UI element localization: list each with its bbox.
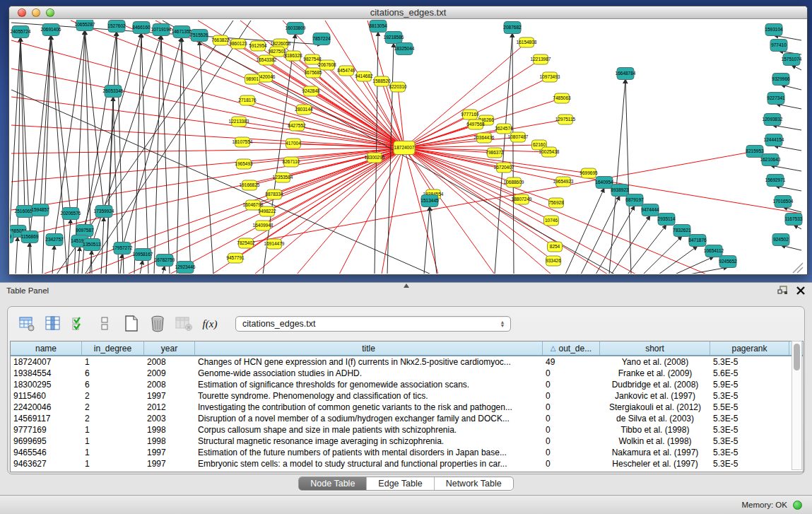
table-row[interactable]: 969969511998Structural magnetic resonanc…: [11, 436, 803, 447]
graph-node[interactable]: 17016504: [773, 196, 794, 208]
graph-node[interactable]: 9329966: [772, 74, 790, 86]
table-row[interactable]: 977716911998Corpus callosum shape and si…: [11, 424, 803, 436]
citation-edge-black[interactable]: [689, 267, 728, 274]
graph-node[interactable]: 20364436: [474, 133, 495, 143]
graph-node[interactable]: 1350513: [83, 239, 101, 251]
delete-table-icon[interactable]: [148, 315, 167, 333]
graph-node[interactable]: 1588520: [372, 76, 391, 86]
table-vertical-scrollbar[interactable]: [792, 341, 802, 470]
table-row[interactable]: 946362711997Embryonic stem cells: a mode…: [11, 458, 803, 469]
graph-node[interactable]: 3624574: [495, 124, 513, 134]
graph-node[interactable]: 16914479: [264, 239, 285, 249]
citation-edge-black[interactable]: [52, 245, 54, 274]
table-row[interactable]: 1872400712008Changes of HCN gene express…: [11, 356, 803, 368]
citation-edge-black[interactable]: [85, 21, 251, 274]
graph-node[interactable]: 6497568: [466, 119, 485, 129]
citation-edge-black[interactable]: [775, 186, 801, 191]
table-row[interactable]: 1830029562008Estimation of significance …: [11, 379, 803, 390]
citation-edge-red[interactable]: [265, 77, 404, 148]
citation-edge-black[interactable]: [609, 79, 625, 274]
citation-edge-black[interactable]: [177, 37, 182, 274]
graph-node[interactable]: 15692971: [765, 175, 786, 187]
graph-node[interactable]: 10807487: [508, 132, 529, 142]
graph-node[interactable]: 18107554: [233, 137, 253, 147]
citation-edge-black[interactable]: [16, 237, 18, 274]
graph-node[interactable]: 20691406: [41, 24, 61, 36]
graph-node[interactable]: 5912954: [249, 41, 267, 51]
citation-edge-black[interactable]: [430, 206, 437, 274]
graph-node[interactable]: 9474444: [641, 204, 659, 216]
citation-edge-black[interactable]: [120, 254, 122, 274]
graph-node[interactable]: 17957272: [112, 243, 133, 255]
tab-edge-table[interactable]: Edge Table: [367, 477, 434, 490]
graph-node[interactable]: 16409948: [253, 221, 273, 230]
graph-node[interactable]: 12213987: [531, 54, 551, 64]
graph-node[interactable]: 8254: [548, 242, 563, 252]
graph-node-hub[interactable]: 18724007: [394, 141, 415, 155]
graph-node[interactable]: 1965493: [235, 159, 253, 169]
graph-node[interactable]: 8215953: [746, 146, 764, 158]
graph-node[interactable]: 1594857: [31, 204, 49, 216]
citation-edge-red[interactable]: [304, 110, 404, 148]
graph-node[interactable]: 20206576: [61, 208, 81, 220]
tab-network-table[interactable]: Network Table: [435, 477, 513, 490]
graph-node[interactable]: 10655287: [75, 20, 95, 31]
citation-edge-black[interactable]: [78, 247, 80, 274]
citation-edge-black[interactable]: [199, 41, 213, 274]
graph-node[interactable]: 9242848: [302, 86, 320, 96]
graph-node[interactable]: 8466160: [132, 22, 151, 34]
graph-node[interactable]: 417004: [286, 139, 301, 148]
column-header-name[interactable]: name: [11, 341, 82, 355]
citation-edge-black[interactable]: [783, 207, 801, 212]
table-row[interactable]: 2242004622012Investigating the contribut…: [11, 402, 803, 413]
graph-node[interactable]: 9097587: [76, 225, 94, 237]
citation-edge-black[interactable]: [776, 104, 801, 109]
new-table-icon[interactable]: [122, 315, 141, 333]
graph-node[interactable]: 1513445: [420, 195, 439, 207]
graph-node[interactable]: 924502: [772, 234, 789, 246]
graph-node[interactable]: 26053346: [103, 86, 124, 98]
graph-node[interactable]: 10958167: [133, 249, 153, 261]
column-header-short[interactable]: short: [600, 341, 710, 355]
float-panel-icon[interactable]: [777, 286, 788, 295]
graph-node[interactable]: 7986372: [486, 148, 504, 158]
citation-edge-black[interactable]: [163, 266, 165, 274]
citation-network-graph[interactable]: 2405572420691406106552871527602846616010…: [10, 20, 806, 274]
citation-edge-red[interactable]: [339, 148, 404, 274]
graph-node[interactable]: 16154808: [517, 37, 537, 47]
graph-node[interactable]: 8471876: [688, 235, 707, 247]
tab-node-table[interactable]: Node Table: [299, 477, 367, 490]
citation-edge-black[interactable]: [51, 35, 71, 214]
graph-node[interactable]: 12093832: [763, 114, 783, 126]
graph-node[interactable]: 1527602: [107, 21, 126, 33]
citation-edge-black[interactable]: [141, 33, 148, 274]
graph-node[interactable]: 1156869: [21, 231, 39, 243]
citation-edge-black[interactable]: [770, 165, 801, 171]
graph-node[interactable]: 12444154: [764, 134, 784, 146]
graph-node[interactable]: 9777169: [461, 110, 479, 119]
citation-edge-black[interactable]: [772, 125, 801, 130]
column-header-pagerank[interactable]: pagerank: [710, 341, 789, 355]
citation-edge-black[interactable]: [781, 85, 801, 90]
graph-node[interactable]: 18325044: [394, 43, 415, 55]
graph-node[interactable]: 12975115: [555, 115, 576, 124]
table-select-dropdown[interactable]: citations_edges.txt ▲▼: [235, 316, 511, 332]
graph-node[interactable]: 1593104: [765, 24, 783, 36]
citation-edge-black[interactable]: [792, 65, 801, 70]
graph-node[interactable]: 18300295: [365, 153, 385, 163]
table-body[interactable]: 1872400712008Changes of HCN gene express…: [11, 356, 803, 472]
citation-edge-red[interactable]: [266, 60, 404, 148]
graph-node[interactable]: 7832621: [673, 225, 691, 237]
close-panel-icon[interactable]: [796, 286, 805, 295]
citation-edge-black[interactable]: [628, 225, 666, 274]
graph-node[interactable]: 39159: [10, 231, 13, 243]
graph-node[interactable]: 8220310: [389, 82, 407, 92]
citation-edge-red[interactable]: [382, 148, 404, 274]
citation-edge-black[interactable]: [140, 260, 143, 274]
select-all-columns-icon[interactable]: [70, 315, 88, 333]
graph-node[interactable]: 16543382: [257, 55, 277, 65]
graph-node[interactable]: 9498222: [258, 206, 276, 216]
graph-node[interactable]: 12213383: [229, 117, 249, 127]
graph-node[interactable]: 8186328: [284, 51, 302, 61]
citation-edge-black[interactable]: [596, 206, 635, 274]
